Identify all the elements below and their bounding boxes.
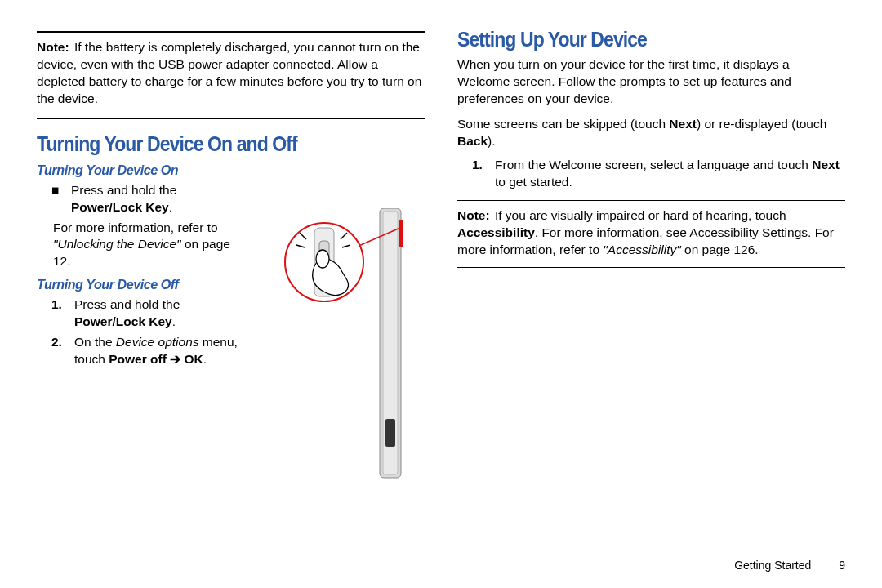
step-number: 2. (51, 334, 66, 368)
setup-intro-1: When you turn on your device for the fir… (457, 56, 845, 108)
svg-rect-3 (385, 419, 395, 447)
heading-turning-on-off: Turning Your Device On and Off (37, 132, 394, 156)
step-text: From the Welcome screen, select a langua… (495, 157, 845, 191)
step-off-2: 2. On the Device options menu, touch Pow… (37, 334, 249, 368)
note-label: Note: (37, 40, 69, 54)
manual-page: Note: If the battery is completely disch… (0, 0, 882, 588)
more-info-unlocking: For more information, refer to "Unlockin… (53, 220, 249, 271)
step-setup-1: 1. From the Welcome screen, select a lan… (457, 157, 845, 191)
subheading-turning-off: Turning Your Device Off (37, 277, 238, 293)
left-text-wrap: Turning Your Device On ■ Press and hold … (37, 163, 249, 368)
note-label: Note: (457, 208, 490, 222)
step-text: On the Device options menu, touch Power … (74, 334, 249, 368)
step-off-1: 1. Press and hold the Power/Lock Key. (37, 296, 249, 331)
bullet-text: Press and hold the Power/Lock Key. (71, 182, 249, 216)
note-battery: Note: If the battery is completely disch… (37, 38, 425, 111)
footer-page-number: 9 (839, 559, 845, 572)
note-text: If you are visually impaired or hard of … (457, 208, 834, 256)
svg-point-12 (316, 250, 329, 268)
square-bullet-icon: ■ (51, 182, 60, 216)
left-column: Note: If the battery is completely disch… (37, 24, 425, 572)
page-footer: Getting Started 9 (734, 559, 845, 572)
footer-section-name: Getting Started (734, 559, 811, 572)
setup-intro-2: Some screens can be skipped (touch Next)… (457, 116, 845, 150)
step-number: 1. (472, 157, 487, 191)
svg-rect-2 (399, 220, 403, 247)
divider (37, 31, 425, 33)
note-text: If the battery is completely discharged,… (37, 40, 421, 105)
device-power-button-illustration (282, 208, 412, 486)
note-accessibility: Note: If you are visually impaired or ha… (457, 206, 845, 262)
step-text: Press and hold the Power/Lock Key. (74, 296, 249, 331)
divider (457, 267, 845, 268)
divider (457, 200, 845, 201)
heading-setting-up: Setting Up Your Device (457, 28, 814, 51)
bullet-power-on: ■ Press and hold the Power/Lock Key. (37, 182, 249, 216)
right-column: Setting Up Your Device When you turn on … (457, 24, 845, 572)
step-number: 1. (51, 296, 66, 331)
arrow-icon: ➔ (167, 352, 185, 366)
subheading-turning-on: Turning Your Device On (37, 163, 238, 179)
divider (37, 118, 425, 119)
